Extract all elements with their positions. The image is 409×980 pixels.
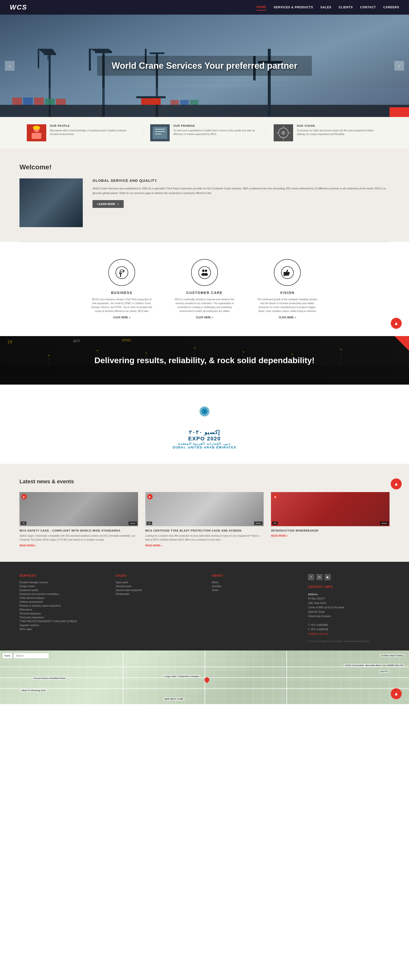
social-icons: f in ▶ (308, 574, 390, 580)
footer-service-4[interactable]: Equipment procurement consultancy (19, 593, 101, 595)
nav-home[interactable]: HOME (257, 4, 266, 11)
welcome-image (19, 178, 83, 227)
map-label-shooting: Jebel Ali Shooting Club (21, 689, 46, 692)
news-1-play-icon[interactable]: ▶ (21, 494, 27, 500)
footer-service-7[interactable]: Periodic or statutory crane inspections (19, 605, 101, 607)
svg-rect-12 (0, 105, 409, 117)
our-promise-content: OUR PROMISE To meet your expectations or… (173, 124, 259, 136)
footer-service-8[interactable]: Relocations (19, 608, 101, 611)
footer-service-11[interactable]: TYRE PROTECTION/SAFETY CAGE AND SCREEN (19, 620, 101, 623)
news-1-vimeo-badge: vimeo (128, 522, 137, 525)
svg-text:19: 19 (7, 339, 12, 344)
our-vision-title: OUR VISION (297, 124, 382, 127)
news-3-read-more[interactable]: READ MORE (271, 535, 288, 537)
news-3-title: INTRODUCTION WINDBREAKER (271, 529, 390, 532)
business-title: BUSINESS (90, 291, 153, 295)
scroll-top-button-2[interactable]: ▲ (391, 479, 402, 489)
customer-care-icon-circle (191, 259, 218, 286)
business-icon-circle (108, 259, 135, 286)
scroll-top-button-1[interactable]: ▲ (391, 318, 402, 329)
footer-about-1[interactable]: About (212, 581, 293, 584)
map-search-input[interactable] (14, 653, 49, 659)
map-label-nafto: NAFTO (380, 670, 388, 673)
footer-service-12[interactable]: Upgrade solutions (19, 624, 101, 627)
vision-link[interactable]: CLICK HERE (279, 316, 296, 319)
map-karst-label: Karst (2, 653, 13, 659)
email: info@wcs-grp.com (308, 632, 390, 636)
svg-rect-60 (0, 365, 409, 385)
linkedin-icon[interactable]: in (316, 574, 323, 580)
address-line1: PO Box 392277 (308, 597, 390, 601)
news-1-title: WCS SAFETY CAGE - COMPLIANT WITH WORLD W… (19, 529, 138, 532)
scroll-top-button-3[interactable]: ▲ (391, 688, 402, 699)
welcome-content: GLOBAL SERVICE AND QUALITY World Crane S… (19, 178, 390, 227)
map-label-pursuit: Pursuit Games Paintball Dubai (33, 677, 66, 680)
footer-contact-title: CONTACT INFO (308, 585, 390, 589)
map-label-steel: Al-Nino Steel Trading (380, 654, 404, 657)
svg-point-52 (198, 266, 211, 278)
svg-text:ZPMC: ZPMC (122, 338, 132, 342)
news-thumb-1: ▶ HD vimeo (19, 492, 138, 526)
pillar-our-promise: OUR PROMISE To meet your expectations or… (143, 124, 266, 142)
news-3-hd-badge: HD (272, 522, 278, 525)
footer-service-1[interactable]: Accident damage recovery (19, 581, 101, 584)
fax: F +971-4-8892528 (308, 627, 390, 632)
svg-rect-7 (89, 49, 91, 71)
footer-sales-4[interactable]: Windbreaker (116, 593, 197, 595)
footer-service-5[interactable]: Finite element analysis (19, 597, 101, 599)
expo-flower-logo (192, 399, 217, 423)
news-1-read-more[interactable]: READ MORE (19, 544, 36, 547)
svg-rect-31 (32, 133, 41, 139)
customer-care-link[interactable]: CLICK HERE (196, 316, 213, 319)
our-people-content: OUR PEOPLE Man-power with a real knowled… (50, 124, 135, 136)
nav-clients[interactable]: CLIENTS (339, 5, 353, 10)
svg-rect-58 (284, 272, 285, 276)
news-card-3: ▶ HD vimeo INTRODUCTION WINDBREAKER READ… (271, 492, 390, 547)
nav-contact[interactable]: CONTACT (360, 5, 376, 10)
news-2-play-icon[interactable]: ▶ (147, 494, 153, 500)
footer-service-2[interactable]: Design review (19, 585, 101, 588)
icon-card-customer-care: CUSTOMER CARE WCS is continually strivin… (173, 259, 236, 319)
footer-about-2[interactable]: Activities (212, 585, 293, 588)
footer-service-10[interactable]: Third party inspections (19, 616, 101, 619)
svg-point-84 (203, 410, 206, 413)
footer-service-3[interactable]: Equipment audits (19, 589, 101, 592)
learn-more-button[interactable]: LEARN MORE (92, 200, 124, 208)
footer-service-13[interactable]: Work cages (19, 628, 101, 630)
nav-services[interactable]: SERVICES & PRODUCTS (274, 5, 313, 10)
news-thumb-2: ▶ HD vimeo (145, 492, 264, 526)
vision-icon-circle (274, 259, 301, 286)
business-link[interactable]: CLICK HERE (113, 316, 130, 319)
footer-about-3[interactable]: Vision (212, 589, 293, 592)
footer-contact: f in ▶ CONTACT INFO Address PO Box 39227… (308, 574, 390, 643)
footer-service-6[interactable]: Lifetime assessments (19, 601, 101, 603)
footer-about: ABOUT About Activities Vision (212, 574, 293, 643)
footer-sales-list: Spare parts Obsolete parts Second hand e… (116, 581, 197, 595)
footer-sales-1[interactable]: Spare parts (116, 581, 197, 584)
map-section: Al-Nino Steel Trading JAFZA Convention C… (0, 651, 409, 704)
hero-next-button[interactable]: › (395, 61, 404, 71)
footer-service-9[interactable]: Terminal equipment (19, 612, 101, 615)
copyright: © 2017-2018 World Crane Services. Site D… (308, 640, 390, 643)
hero-prev-button[interactable]: ‹ (5, 61, 14, 71)
welcome-service-title: GLOBAL SERVICE AND QUALITY (92, 178, 390, 183)
facebook-icon[interactable]: f (308, 574, 314, 580)
nav-sales[interactable]: SALES (320, 5, 331, 10)
svg-point-53 (202, 270, 204, 272)
main-nav: HOME SERVICES & PRODUCTS SALES CLIENTS C… (257, 4, 399, 11)
map-road-vertical-2 (204, 651, 205, 704)
our-people-text: Man-power with a real knowledge of exact… (50, 129, 135, 136)
news-2-read-more[interactable]: READ MORE (145, 544, 162, 547)
news-3-vimeo-badge: vimeo (380, 522, 388, 525)
news-card-2: ▶ HD vimeo WCS CERTIFIED TYRE BLAST PROT… (145, 492, 264, 547)
map-road-vertical-3 (286, 651, 287, 704)
footer-sales-2[interactable]: Obsolete parts (116, 585, 197, 588)
youtube-icon[interactable]: ▶ (325, 574, 331, 580)
news-2-vimeo-badge: vimeo (254, 522, 262, 525)
map-road-vertical-1 (123, 651, 124, 704)
welcome-heading: Welcome! (19, 163, 390, 171)
footer-sales-3[interactable]: Second hand equipment (116, 589, 197, 592)
nav-careers[interactable]: CAREERS (383, 5, 399, 10)
footer-sales: SALES Spare parts Obsolete parts Second … (116, 574, 197, 643)
footer-about-list: About Activities Vision (212, 581, 293, 592)
